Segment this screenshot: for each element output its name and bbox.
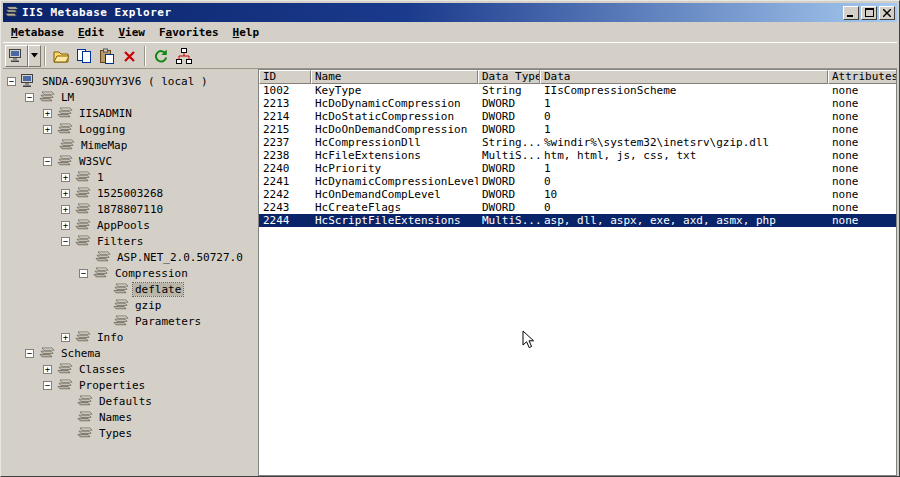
tree-item-label[interactable]: Schema <box>59 347 103 360</box>
collapse-toggle-icon[interactable]: − <box>79 269 88 278</box>
tree-item-label[interactable]: ASP.NET_2.0.50727.0 <box>115 251 245 264</box>
tree-item-label[interactable]: 1878807110 <box>95 203 165 216</box>
tree-item-properties[interactable]: −Properties <box>3 377 255 393</box>
connect-dropdown[interactable] <box>28 45 41 67</box>
expand-toggle-icon[interactable]: + <box>61 205 70 214</box>
tree-indent <box>3 401 61 402</box>
paste-button[interactable] <box>95 45 118 67</box>
collapse-toggle-icon[interactable]: − <box>43 381 52 390</box>
close-button[interactable] <box>879 6 895 20</box>
tree-item-label[interactable]: 1 <box>95 171 106 184</box>
collapse-toggle-icon[interactable]: − <box>25 349 34 358</box>
collapse-toggle-icon[interactable]: − <box>61 237 70 246</box>
table-row-1002[interactable]: 1002KeyTypeStringIIsCompressionSchemenon… <box>259 84 896 97</box>
tree-item-1[interactable]: +1 <box>3 169 255 185</box>
tree-item-label[interactable]: Filters <box>95 235 145 248</box>
tree-indent <box>3 321 97 322</box>
minimize-button[interactable] <box>843 6 859 20</box>
collapse-toggle-icon[interactable]: − <box>25 93 34 102</box>
expand-toggle-icon[interactable]: + <box>61 221 70 230</box>
tree-item-w3svc[interactable]: −W3SVC <box>3 153 255 169</box>
tree-item-label[interactable]: Compression <box>113 267 190 280</box>
table-row-2213[interactable]: 2213HcDoDynamicCompressionDWORD1none <box>259 97 896 110</box>
network-button[interactable] <box>172 45 195 67</box>
tree-item-label[interactable]: deflate <box>133 283 183 296</box>
tree-item-label[interactable]: Info <box>95 331 126 344</box>
tree-item-label[interactable]: Logging <box>77 123 127 136</box>
cell-id: 2244 <box>259 214 311 227</box>
tree-item-snda-69q3uyy3v6-local[interactable]: −SNDA-69Q3UYY3V6 ( local ) <box>3 73 255 89</box>
tree-item-logging[interactable]: +Logging <box>3 121 255 137</box>
tree-item-label[interactable]: W3SVC <box>77 155 114 168</box>
tree-item-deflate[interactable]: deflate <box>3 281 255 297</box>
column-header-data-type[interactable]: Data Type <box>478 70 540 84</box>
column-header-attributes[interactable]: Attributes <box>828 70 897 84</box>
table-row-2215[interactable]: 2215HcDoOnDemandCompressionDWORD1none <box>259 123 896 136</box>
tree-item-apppools[interactable]: +AppPools <box>3 217 255 233</box>
column-header-name[interactable]: Name <box>311 70 478 84</box>
tree-item-label[interactable]: Parameters <box>133 315 203 328</box>
collapse-toggle-icon[interactable]: − <box>7 77 16 86</box>
menu-metabase[interactable]: Metabase <box>4 22 71 42</box>
tree-item-label[interactable]: Names <box>97 411 134 424</box>
table-row-2243[interactable]: 2243HcCreateFlagsDWORD0none <box>259 201 896 214</box>
expand-toggle-icon[interactable]: + <box>61 333 70 342</box>
tree-item-label[interactable]: gzip <box>133 299 164 312</box>
open-button[interactable] <box>49 45 72 67</box>
table-row-2240[interactable]: 2240HcPriorityDWORD1none <box>259 162 896 175</box>
expand-toggle-icon[interactable]: + <box>43 365 52 374</box>
tree-item-gzip[interactable]: gzip <box>3 297 255 313</box>
tree-item-label[interactable]: 1525003268 <box>95 187 165 200</box>
expand-toggle-icon[interactable]: + <box>43 125 52 134</box>
menu-help[interactable]: Help <box>226 22 267 42</box>
table-row-2241[interactable]: 2241HcDynamicCompressionLevelDWORD0none <box>259 175 896 188</box>
expand-toggle-icon[interactable]: + <box>61 173 70 182</box>
table-row-2244[interactable]: 2244HcScriptFileExtensionsMultiS...asp, … <box>259 214 896 227</box>
refresh-button[interactable] <box>149 45 172 67</box>
tree-item-lm[interactable]: −LM <box>3 89 255 105</box>
table-row-2238[interactable]: 2238HcFileExtensionsMultiS...htm, html, … <box>259 149 896 162</box>
tree-item-label[interactable]: Properties <box>77 379 147 392</box>
column-header-id[interactable]: ID <box>259 70 311 84</box>
tree-item-compression[interactable]: −Compression <box>3 265 255 281</box>
metabase-node-icon <box>77 395 93 407</box>
tree-item-label[interactable]: MimeMap <box>79 139 129 152</box>
menu-view[interactable]: View <box>111 22 152 42</box>
copy-button[interactable] <box>72 45 95 67</box>
tree-item-asp-net-2-0-50727-0[interactable]: ASP.NET_2.0.50727.0 <box>3 249 255 265</box>
tree-item-filters[interactable]: −Filters <box>3 233 255 249</box>
tree-item-label[interactable]: Classes <box>77 363 127 376</box>
menu-edit[interactable]: Edit <box>71 22 112 42</box>
tree-item-iisadmin[interactable]: +IISADMIN <box>3 105 255 121</box>
delete-button[interactable] <box>118 45 141 67</box>
tree-item-info[interactable]: +Info <box>3 329 255 345</box>
tree-item-label[interactable]: Types <box>97 427 134 440</box>
tree-item-label[interactable]: Defaults <box>97 395 154 408</box>
tree-item-names[interactable]: Names <box>3 409 255 425</box>
cell-data-type: DWORD <box>478 162 540 175</box>
tree-item-1878807110[interactable]: +1878807110 <box>3 201 255 217</box>
tree-item-mimemap[interactable]: MimeMap <box>3 137 255 153</box>
tree-item-label[interactable]: AppPools <box>95 219 152 232</box>
maximize-button[interactable] <box>861 6 877 20</box>
expand-toggle-icon[interactable]: + <box>61 189 70 198</box>
tree-item-label[interactable]: SNDA-69Q3UYY3V6 ( local ) <box>40 75 210 88</box>
tree-item-classes[interactable]: +Classes <box>3 361 255 377</box>
tree-item-1525003268[interactable]: +1525003268 <box>3 185 255 201</box>
tree-item-label[interactable]: IISADMIN <box>77 107 134 120</box>
table-row-2242[interactable]: 2242HcOnDemandCompLevelDWORD10none <box>259 188 896 201</box>
tree-item-parameters[interactable]: Parameters <box>3 313 255 329</box>
tree-item-types[interactable]: Types <box>3 425 255 441</box>
tree-item-label[interactable]: LM <box>59 91 76 104</box>
tree-item-defaults[interactable]: Defaults <box>3 393 255 409</box>
tree-indent <box>3 209 61 210</box>
column-header-data[interactable]: Data <box>540 70 828 84</box>
table-row-2237[interactable]: 2237HcCompressionDllString...%windir%\sy… <box>259 136 896 149</box>
menu-favorites[interactable]: Favorites <box>152 22 226 42</box>
collapse-toggle-icon[interactable]: − <box>43 157 52 166</box>
connect-button[interactable] <box>5 45 28 67</box>
table-row-2214[interactable]: 2214HcDoStaticCompressionDWORD0none <box>259 110 896 123</box>
tree-indent <box>3 385 43 386</box>
expand-toggle-icon[interactable]: + <box>43 109 52 118</box>
tree-item-schema[interactable]: −Schema <box>3 345 255 361</box>
